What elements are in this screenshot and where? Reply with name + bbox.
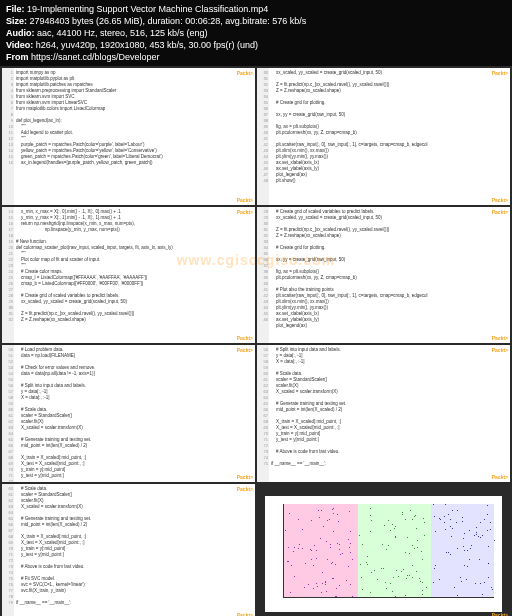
code-content: x_min, x_max = X[:, 0].min() - .1, X[:, … xyxy=(2,207,255,344)
file-name: 19-Implementing Support Vector Machine C… xyxy=(27,4,268,14)
code-content: # Scale data. scaler = StandardScaler() … xyxy=(2,484,255,617)
thumb-2: 30313233343536373839404142434445464748 x… xyxy=(257,68,510,205)
from-label: From xyxy=(6,52,29,62)
thumb-7: 6061626364656667686970717273747576777879… xyxy=(2,484,255,617)
brand-logo: Packt> xyxy=(237,486,253,492)
brand-logo: Packt> xyxy=(237,70,253,76)
code-content: # Load problem data. data = np.load(FILE… xyxy=(2,345,255,482)
brand-logo: Packt> xyxy=(492,70,508,76)
brand-logo: Packt> xyxy=(492,197,508,203)
audio-value: aac, 44100 Hz, stereo, 516, 125 kb/s (en… xyxy=(37,28,208,38)
scatter-points xyxy=(284,504,494,598)
brand-logo: Packt> xyxy=(237,335,253,341)
thumb-6: 5657585960616263646566676869707172737475… xyxy=(257,345,510,482)
file-label: File: xyxy=(6,4,25,14)
from-url: https://sanet.cd/blogs/Developer xyxy=(31,52,160,62)
video-value: h264, yuv420p, 1920x1080, 453 kb/s, 30.0… xyxy=(36,40,258,50)
code-content: # Create grid of scaled variables to pre… xyxy=(257,207,510,344)
brand-logo: Packt> xyxy=(492,474,508,480)
brand-logo: Packt> xyxy=(492,209,508,215)
plot-area xyxy=(283,504,494,599)
thumb-5: 5051525354555657585960616263646566676869… xyxy=(2,345,255,482)
size-value: 27948403 bytes (26.65 MiB), duration: 00… xyxy=(30,16,307,26)
thumb-8-plot: Packt> xyxy=(257,484,510,617)
file-info-header: File: 19-Implementing Support Vector Mac… xyxy=(0,0,512,66)
brand-logo: Packt> xyxy=(237,347,253,353)
brand-logo: Packt> xyxy=(492,612,508,616)
size-label: Size: xyxy=(6,16,27,26)
audio-label: Audio: xyxy=(6,28,35,38)
thumb-3: 14151617181920212223242526272829303132 x… xyxy=(2,207,255,344)
code-content: import numpy as np import matplotlib.pyp… xyxy=(2,68,255,205)
thumb-1: 12345678910111213141516 import numpy as … xyxy=(2,68,255,205)
thumbnail-grid: 12345678910111213141516 import numpy as … xyxy=(0,66,512,616)
brand-logo: Packt> xyxy=(492,335,508,341)
brand-logo: Packt> xyxy=(492,347,508,353)
brand-logo: Packt> xyxy=(237,474,253,480)
code-content: # Split into input data and labels. y = … xyxy=(257,345,510,482)
brand-logo: Packt> xyxy=(237,197,253,203)
brand-logo: Packt> xyxy=(237,612,253,616)
video-label: Video: xyxy=(6,40,33,50)
code-content: xx_scaled, yy_scaled = create_grid(scale… xyxy=(257,68,510,205)
brand-logo: Packt> xyxy=(237,209,253,215)
thumb-4: 28293031323334353637383940414243444546 #… xyxy=(257,207,510,344)
